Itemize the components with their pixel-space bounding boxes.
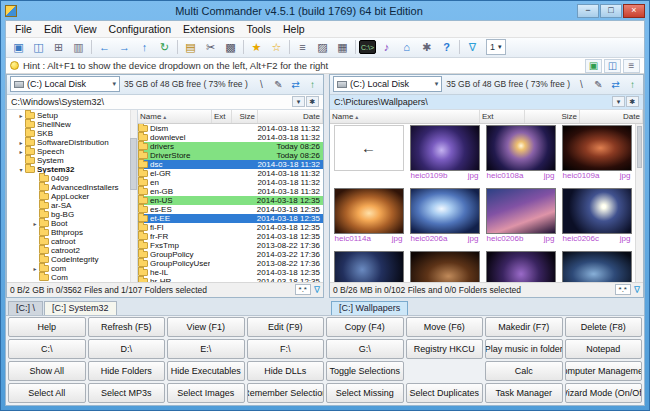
file-row-focused[interactable]: dsc2014-03-18 11:32 bbox=[138, 160, 323, 169]
image-thumbnail[interactable]: heic0108ajpg bbox=[483, 125, 558, 187]
thumbnail-image[interactable] bbox=[562, 125, 632, 171]
computer-management-button[interactable]: Computer Management bbox=[565, 361, 643, 381]
file-row[interactable]: es-ES2014-03-18 12:35 bbox=[138, 205, 323, 214]
root-icon[interactable]: \ bbox=[574, 77, 589, 92]
file-row-selected[interactable]: driversToday 08:26 bbox=[138, 142, 323, 151]
close-button[interactable]: × bbox=[623, 4, 645, 18]
thumbnail-image[interactable] bbox=[486, 251, 556, 282]
parent-folder-thumbnail[interactable]: ← bbox=[331, 125, 406, 187]
menu-configuration[interactable]: Configuration bbox=[103, 22, 177, 36]
expander-icon[interactable]: ▸ bbox=[17, 139, 25, 146]
tree-item[interactable]: Com bbox=[7, 273, 137, 282]
file-row[interactable]: el-GR2014-03-18 11:32 bbox=[138, 169, 323, 178]
image-thumbnail[interactable]: heic0206cjpg bbox=[559, 188, 634, 250]
right-filter-input[interactable]: *.* bbox=[615, 284, 631, 295]
expander-icon[interactable]: ▸ bbox=[17, 148, 25, 155]
drive-c-button[interactable]: C:\ bbox=[8, 339, 86, 359]
tree-item[interactable]: catroot2 bbox=[7, 246, 137, 255]
thumbnail-image[interactable] bbox=[562, 251, 632, 282]
menu-edit[interactable]: Edit bbox=[38, 22, 68, 36]
refresh-icon[interactable]: ↻ bbox=[155, 38, 174, 56]
file-row-selected[interactable]: DriverStoreToday 08:26 bbox=[138, 151, 323, 160]
file-row[interactable]: fr-FR2014-03-18 12:35 bbox=[138, 232, 323, 241]
file-row-selected[interactable]: en-US2014-03-18 12:35 bbox=[138, 196, 323, 205]
tree-item[interactable]: CodeIntegrity bbox=[7, 255, 137, 264]
tree-item[interactable]: AdvancedInstallers bbox=[7, 183, 137, 192]
go-root-icon[interactable]: ↑ bbox=[305, 77, 320, 92]
right-drive-selector[interactable]: (C:) Local Disk ▾ bbox=[333, 76, 442, 92]
tab-wallpapers[interactable]: [C:] Wallpapers bbox=[331, 301, 408, 315]
image-thumbnail[interactable] bbox=[483, 251, 558, 282]
remember-selection-button[interactable]: Remember Selection bbox=[247, 383, 325, 403]
select-missing-button[interactable]: Select Missing bbox=[326, 383, 404, 403]
add-favorite-icon[interactable]: ☆ bbox=[267, 38, 286, 56]
view-button[interactable]: View (F1) bbox=[167, 317, 245, 337]
menu-help[interactable]: Help bbox=[277, 22, 311, 36]
hide-dlls-button[interactable]: Hide DLLs bbox=[247, 361, 325, 381]
details-view-icon[interactable]: ▨ bbox=[313, 38, 332, 56]
column-header-size[interactable]: Size bbox=[525, 110, 580, 123]
image-thumbnail[interactable]: heic0109ajpg bbox=[559, 125, 634, 187]
move-button[interactable]: Move (F6) bbox=[406, 317, 484, 337]
task-manager-button[interactable]: Task Manager bbox=[485, 383, 563, 403]
minimize-button[interactable]: − bbox=[577, 4, 599, 18]
tree-item[interactable]: Bthprops bbox=[7, 228, 137, 237]
select-all-button[interactable]: Select All bbox=[8, 383, 86, 403]
title-bar[interactable]: Multi Commander v4.5.1 (build 1769) 64 b… bbox=[1, 1, 649, 20]
menu-list-icon[interactable]: ≡ bbox=[623, 59, 640, 73]
tree-item[interactable]: 0409 bbox=[7, 174, 137, 183]
tree-item[interactable]: ar-SA bbox=[7, 201, 137, 210]
new-window-icon[interactable]: ▣ bbox=[9, 38, 28, 56]
delete-button[interactable]: Delete (F8) bbox=[565, 317, 643, 337]
play-music-button[interactable]: Play music in folder bbox=[485, 339, 563, 359]
drive-d-button[interactable]: D:\ bbox=[88, 339, 166, 359]
expander-icon[interactable]: ▸ bbox=[31, 265, 39, 272]
thumbnail-image[interactable] bbox=[410, 188, 480, 234]
split-view-icon[interactable]: ▥ bbox=[69, 38, 88, 56]
thumbnail-image[interactable] bbox=[486, 188, 556, 234]
column-header-date[interactable]: Date bbox=[258, 110, 323, 123]
filter-funnel-icon[interactable]: ∇ bbox=[634, 285, 640, 295]
notepad-button[interactable]: Notepad bbox=[565, 339, 643, 359]
filter-funnel-icon[interactable]: ∇ bbox=[314, 285, 320, 295]
tree-scrollbar-thumb[interactable] bbox=[130, 138, 137, 190]
hide-folders-button[interactable]: Hide Folders bbox=[88, 361, 166, 381]
file-row[interactable]: fi-FI2014-03-18 12:35 bbox=[138, 223, 323, 232]
tree-item[interactable]: catroot bbox=[7, 237, 137, 246]
back-icon[interactable]: ← bbox=[95, 38, 114, 56]
image-thumbnail[interactable]: heic0206ajpg bbox=[407, 188, 482, 250]
cut-icon[interactable]: ✂ bbox=[201, 38, 220, 56]
right-scrollbar-thumb[interactable] bbox=[637, 126, 642, 168]
tab-system32[interactable]: [C:] System32 bbox=[44, 301, 117, 315]
edit-path-icon[interactable]: ✎ bbox=[591, 77, 606, 92]
thumbnail-image[interactable] bbox=[486, 125, 556, 171]
thumbnail-image[interactable] bbox=[334, 251, 404, 282]
expander-icon[interactable]: ▸ bbox=[31, 220, 39, 227]
copy-button[interactable]: Copy (F4) bbox=[326, 317, 404, 337]
menu-file[interactable]: File bbox=[9, 22, 38, 36]
file-row[interactable]: FxsTmp2013-08-22 17:36 bbox=[138, 241, 323, 250]
file-row[interactable]: en-GB2014-03-18 11:32 bbox=[138, 187, 323, 196]
image-thumbnail[interactable] bbox=[559, 251, 634, 282]
maximize-button[interactable]: □ bbox=[600, 4, 622, 18]
refresh-button[interactable]: Refresh (F5) bbox=[88, 317, 166, 337]
help-icon[interactable]: ? bbox=[437, 38, 456, 56]
edit-button[interactable]: Edit (F9) bbox=[247, 317, 325, 337]
column-header-name[interactable]: Name bbox=[330, 110, 480, 123]
filter-icon[interactable]: ∇ bbox=[463, 38, 482, 56]
column-header-size[interactable]: Size bbox=[232, 110, 258, 123]
image-thumbnail[interactable] bbox=[407, 251, 482, 282]
root-icon[interactable]: \ bbox=[254, 77, 269, 92]
tab-c-root[interactable]: [C:] \ bbox=[8, 301, 43, 315]
drive-f-button[interactable]: F:\ bbox=[247, 339, 325, 359]
tree-item[interactable]: ▸com bbox=[7, 264, 137, 273]
paste-icon[interactable]: ▩ bbox=[221, 38, 240, 56]
drive-g-button[interactable]: G:\ bbox=[326, 339, 404, 359]
swap-panels-icon[interactable]: ⇄ bbox=[288, 77, 303, 92]
tree-item-selected[interactable]: ▾System32 bbox=[7, 165, 137, 174]
left-path-bar[interactable]: C:\Windows\System32\ ▾ ✱ bbox=[7, 95, 323, 110]
path-star-icon[interactable]: ✱ bbox=[626, 96, 639, 107]
tree-toggle-icon[interactable]: ⊞ bbox=[49, 38, 68, 56]
image-thumbnail[interactable]: heic0114ajpg bbox=[331, 188, 406, 250]
column-header-ext[interactable]: Ext bbox=[212, 110, 232, 123]
